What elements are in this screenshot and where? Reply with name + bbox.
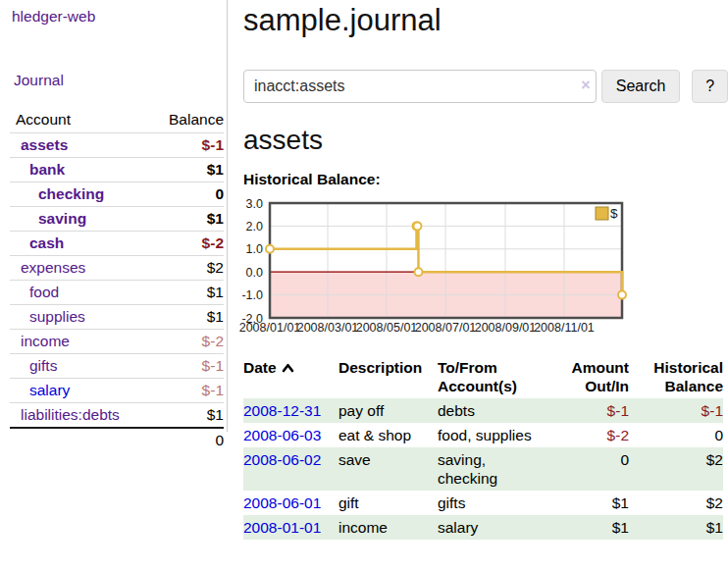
register-description-cell: income (338, 515, 438, 540)
account-row: checking0 (10, 182, 224, 207)
account-balance: $-1 (152, 133, 224, 158)
register-table-body: 2008-12-31pay offdebts$-1$-12008-06-03ea… (243, 398, 723, 540)
account-name-cell: assets (10, 133, 152, 158)
historical-balance-chart: $3.02.01.00.0-1.0-2.02008/01/012008/03/0… (243, 198, 728, 337)
register-date-cell: 2008-06-03 (243, 423, 338, 447)
accounts-header-account: Account (10, 108, 152, 133)
register-date-cell: 2008-06-02 (243, 447, 338, 491)
account-heading: assets (243, 125, 728, 156)
register-amount-cell: $1 (540, 515, 633, 540)
search-button[interactable]: Search (601, 70, 681, 103)
account-link-food[interactable]: food (29, 284, 59, 300)
transaction-date-link[interactable]: 2008-01-01 (243, 519, 321, 536)
register-amount-cell: $1 (540, 491, 633, 515)
account-link-expenses[interactable]: expenses (21, 259, 85, 276)
register-balance-cell: $2 (633, 491, 723, 515)
y-tick-label: 3.0 (246, 197, 263, 211)
register-accounts-cell: saving, checking (438, 447, 540, 491)
transaction-date-link[interactable]: 2008-06-01 (243, 494, 321, 511)
register-header-amount: Amount Out/In (540, 358, 633, 398)
account-link-income[interactable]: income (21, 333, 70, 349)
account-row: cash$-2 (10, 232, 224, 256)
account-row: income$-2 (10, 330, 224, 354)
accounts-header-balance: Balance (152, 108, 224, 133)
account-row: saving$1 (10, 207, 224, 232)
register-amount-cell: 0 (540, 447, 633, 491)
account-balance: $-1 (152, 354, 224, 379)
account-row: expenses$2 (10, 256, 224, 281)
register-row: 2008-12-31pay offdebts$-1$-1 (243, 398, 723, 423)
data-point (413, 222, 421, 230)
account-row: salary$-1 (10, 379, 224, 403)
clear-search-icon[interactable]: × (578, 78, 594, 93)
account-balance: $1 (152, 158, 224, 182)
account-link-assets[interactable]: assets (21, 136, 68, 153)
register-row: 2008-06-03eat & shopfood, supplies$-20 (243, 423, 723, 447)
main-content: sample.journal × Search ? assets Histori… (243, 0, 728, 540)
y-tick-label: -1.0 (241, 288, 263, 302)
register-row: 2008-06-02savesaving, checking0$2 (243, 447, 723, 491)
register-description-cell: eat & shop (338, 423, 438, 447)
legend-swatch (596, 207, 608, 220)
register-balance-cell: $1 (633, 515, 723, 540)
y-tick-label: 1.0 (246, 242, 263, 256)
register-header-description: Description (338, 358, 438, 398)
page-title: sample.journal (243, 0, 728, 38)
data-point (618, 291, 626, 299)
search-input[interactable] (243, 70, 597, 103)
account-link-saving[interactable]: saving (38, 210, 86, 227)
account-link-supplies[interactable]: supplies (29, 308, 85, 325)
account-name-cell: saving (10, 207, 152, 232)
transaction-date-link[interactable]: 2008-12-31 (243, 402, 321, 419)
register-header-balance: Historical Balance (633, 358, 723, 398)
account-name-cell: liabilities:debts (10, 403, 152, 429)
register-date-cell: 2008-06-01 (243, 491, 338, 515)
help-button[interactable]: ? (692, 70, 728, 103)
register-description-cell: gift (338, 491, 438, 515)
register-balance-cell: $-1 (633, 398, 723, 423)
accounts-table-body: assets$-1bank$1checking0saving$1cash$-2e… (10, 133, 224, 429)
account-name-cell: food (10, 281, 152, 305)
app-brand-link[interactable]: hledger-web (12, 8, 227, 26)
accounts-total-value: 0 (152, 428, 224, 452)
register-amount-cell: $-1 (540, 398, 633, 423)
account-row: liabilities:debts$1 (10, 403, 224, 429)
account-balance: $1 (152, 207, 224, 232)
register-description-cell: pay off (338, 398, 438, 423)
accounts-table: Account Balance assets$-1bank$1checking0… (10, 108, 224, 452)
register-header-date[interactable]: Date (243, 358, 338, 398)
chart-title: Historical Balance: (243, 171, 728, 188)
account-link-checking[interactable]: checking (38, 185, 104, 202)
register-accounts-cell: gifts (438, 491, 540, 515)
register-header-accounts: To/From Account(s) (438, 358, 540, 398)
account-row: gifts$-1 (10, 354, 224, 379)
account-link-gifts[interactable]: gifts (29, 357, 57, 374)
sidebar-item-journal[interactable]: Journal (14, 72, 227, 89)
data-point (414, 268, 422, 276)
x-tick-label: 2008/03/01 (297, 321, 359, 335)
register-amount-cell: $-2 (540, 423, 633, 447)
search-bar: × Search ? (243, 70, 728, 103)
account-link-salary[interactable]: salary (29, 382, 70, 398)
account-link-bank[interactable]: bank (29, 161, 65, 178)
x-tick-label: 2008/07/01 (415, 321, 477, 335)
account-name-cell: expenses (10, 256, 152, 281)
account-balance: $-1 (152, 379, 224, 403)
x-tick-label: 2008/09/01 (475, 321, 537, 335)
data-point (266, 245, 274, 253)
x-tick-label: 2008/01/01 (239, 321, 301, 335)
account-balance: $1 (152, 281, 224, 305)
register-date-cell: 2008-01-01 (243, 515, 338, 540)
transaction-date-link[interactable]: 2008-06-03 (243, 427, 321, 443)
register-balance-cell: $2 (633, 447, 723, 491)
register-table: Date Description To/From Account(s) Amou… (243, 358, 723, 540)
accounts-total-spacer (10, 428, 152, 452)
account-link-cash[interactable]: cash (29, 234, 64, 251)
account-link-liabilities-debts[interactable]: liabilities:debts (21, 406, 120, 423)
account-name-cell: gifts (10, 354, 152, 379)
register-header-date-label: Date (243, 359, 277, 376)
account-balance: $1 (152, 305, 224, 330)
transaction-date-link[interactable]: 2008-06-02 (243, 451, 321, 468)
register-balance-cell: 0 (633, 423, 723, 447)
x-tick-label: 2008/11/01 (534, 321, 595, 335)
